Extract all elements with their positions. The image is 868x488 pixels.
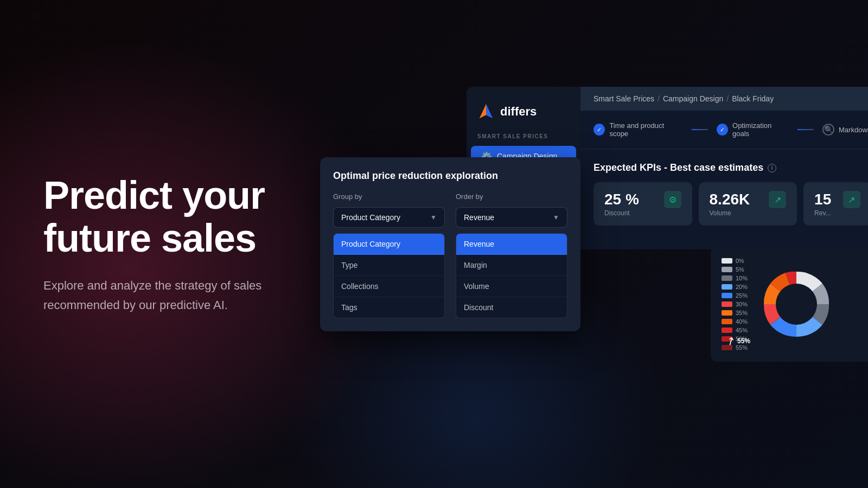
order-by-selected: Revenue xyxy=(464,213,494,222)
svg-marker-1 xyxy=(486,104,493,118)
legend-label-5: 30% xyxy=(736,301,748,307)
step-2-check: ✓ xyxy=(717,124,728,136)
order-by-select[interactable]: Revenue ▼ xyxy=(456,207,567,228)
kpi-discount-value: 25 % xyxy=(604,191,639,208)
group-by-list: Product Category Type Collections Tags xyxy=(333,233,445,318)
svg-marker-2 xyxy=(480,104,486,118)
kpi-card-volume: 8.26K Volume ↗ xyxy=(699,182,797,226)
legend-color-6 xyxy=(722,310,732,316)
breadcrumb-item-1: Smart Sale Prices xyxy=(593,94,654,103)
kpi-volume-label: Volume xyxy=(710,209,750,217)
kpi-rev-icon: ↗ xyxy=(843,191,860,208)
order-by-option-0[interactable]: Revenue xyxy=(456,234,567,255)
dropdown-panel-title: Optimal price reduction exploration xyxy=(333,170,567,182)
legend-color-8 xyxy=(722,328,732,333)
kpi-volume-value: 8.26K xyxy=(710,191,750,208)
order-by-option-3[interactable]: Discount xyxy=(456,297,567,318)
legend-color-3 xyxy=(722,284,732,290)
legend-item-8: 45% xyxy=(722,327,748,333)
breadcrumb-sep-1: / xyxy=(658,94,660,103)
main-panel: Smart Sale Prices / Campaign Design / Bl… xyxy=(580,87,868,249)
order-by-col: Order by Revenue ▼ Revenue Margin Volume… xyxy=(456,192,567,318)
chart-annotation: ↗ 55% xyxy=(726,335,750,348)
step-1[interactable]: ✓ Time and product scope xyxy=(593,121,683,138)
hero-title: Predict your future sales xyxy=(43,174,315,260)
legend-item-1: 5% xyxy=(722,266,748,273)
group-by-option-3[interactable]: Tags xyxy=(334,297,444,318)
kpi-title: Expected KPIs - Best case estimates i xyxy=(593,162,868,174)
legend-label-7: 40% xyxy=(736,318,748,325)
step-line-2 xyxy=(797,129,814,130)
group-by-option-1[interactable]: Type xyxy=(334,255,444,276)
hero-subtitle: Explore and analyze the strategy of sale… xyxy=(43,276,315,314)
legend-item-0: 0% xyxy=(722,258,748,264)
legend-item-3: 20% xyxy=(722,284,748,290)
donut-chart-svg xyxy=(758,266,834,342)
legend-color-7 xyxy=(722,319,732,324)
kpi-card-discount: 25 % Discount ⚙ xyxy=(593,182,692,226)
legend-color-4 xyxy=(722,293,732,298)
legend-item-4: 25% xyxy=(722,292,748,299)
kpi-section: Expected KPIs - Best case estimates i 25… xyxy=(580,149,868,234)
group-by-chevron: ▼ xyxy=(430,214,437,221)
group-by-selected: Product Category xyxy=(341,213,400,222)
step-3[interactable]: 🔍 Markdown xyxy=(822,124,868,136)
legend-label-6: 35% xyxy=(736,310,748,316)
step-3-circle: 🔍 xyxy=(822,124,834,136)
kpi-rev-label: Rev... xyxy=(814,209,831,217)
legend-item-7: 40% xyxy=(722,318,748,325)
order-by-option-1[interactable]: Margin xyxy=(456,255,567,276)
breadcrumb-item-3: Black Friday xyxy=(732,94,774,103)
group-by-option-2[interactable]: Collections xyxy=(334,276,444,297)
legend-item-2: 10% xyxy=(722,275,748,281)
legend-color-0 xyxy=(722,258,732,264)
stepper: ✓ Time and product scope ✓ Optimization … xyxy=(580,111,868,149)
kpi-discount-label: Discount xyxy=(604,209,639,217)
hero-section: Predict your future sales Explore and an… xyxy=(43,174,315,314)
legend-label-0: 0% xyxy=(736,258,744,264)
legend-color-1 xyxy=(722,267,732,272)
legend-color-5 xyxy=(722,301,732,307)
step-1-label: Time and product scope xyxy=(609,121,682,138)
legend-label-1: 5% xyxy=(736,266,744,273)
legend-label-3: 20% xyxy=(736,284,748,290)
step-2[interactable]: ✓ Optimization goals xyxy=(717,121,789,138)
kpi-volume-icon: ↗ xyxy=(769,191,786,208)
group-by-col: Group by Product Category ▼ Product Cate… xyxy=(333,192,445,318)
step-line-1 xyxy=(692,129,708,130)
svg-point-3 xyxy=(776,284,817,325)
legend-item-6: 35% xyxy=(722,310,748,316)
differs-logo-icon xyxy=(477,103,495,120)
order-by-list: Revenue Margin Volume Discount xyxy=(456,233,567,318)
annotation-arrow-icon: ↗ xyxy=(723,333,738,349)
order-by-option-2[interactable]: Volume xyxy=(456,276,567,297)
legend-item-5: 30% xyxy=(722,301,748,307)
chart-panel: 0% 5% 10% 20% 25% 30% 35% 40% xyxy=(711,247,868,362)
order-by-chevron: ▼ xyxy=(553,214,559,221)
dropdown-panel: Optimal price reduction exploration Grou… xyxy=(320,157,580,331)
step-2-label: Optimization goals xyxy=(732,121,789,138)
dropdown-row: Group by Product Category ▼ Product Cate… xyxy=(333,192,567,318)
group-by-option-0[interactable]: Product Category xyxy=(334,234,444,255)
annotation-label: 55% xyxy=(737,337,750,345)
sidebar-section-label: SMART SALE PRICES xyxy=(467,133,580,145)
breadcrumb-sep-2: / xyxy=(726,94,729,103)
breadcrumb-item-2: Campaign Design xyxy=(663,94,723,103)
step-3-label: Markdown xyxy=(839,126,868,134)
logo-text: differs xyxy=(500,105,537,119)
breadcrumb: Smart Sale Prices / Campaign Design / Bl… xyxy=(580,87,868,111)
step-1-check: ✓ xyxy=(593,124,605,136)
order-by-label: Order by xyxy=(456,192,567,201)
legend-label-2: 10% xyxy=(736,275,748,281)
kpi-info-icon: i xyxy=(768,164,776,172)
kpi-title-text: Expected KPIs - Best case estimates xyxy=(593,162,763,174)
legend-label-8: 45% xyxy=(736,327,748,333)
legend-color-2 xyxy=(722,275,732,281)
donut-chart: ↗ 55% xyxy=(758,266,834,342)
kpi-rev-value: 15 xyxy=(814,191,831,208)
kpi-discount-icon: ⚙ xyxy=(664,191,681,208)
group-by-select[interactable]: Product Category ▼ xyxy=(333,207,445,228)
group-by-label: Group by xyxy=(333,192,445,201)
legend-label-4: 25% xyxy=(736,292,748,299)
kpi-cards: 25 % Discount ⚙ 8.26K Volume ↗ xyxy=(593,182,868,226)
